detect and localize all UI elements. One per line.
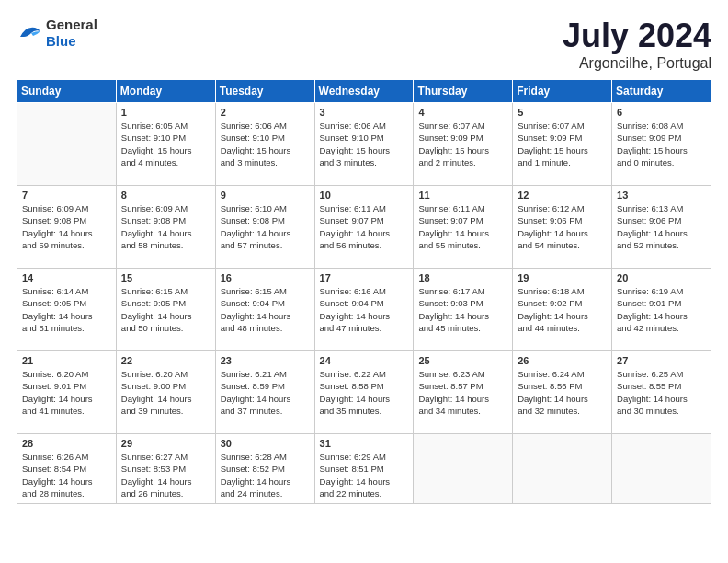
cell-info: Sunrise: 6:15 AM Sunset: 9:04 PM Dayligh…: [221, 285, 310, 334]
logo-bird-icon: [17, 24, 42, 42]
cell-info: Sunrise: 6:11 AM Sunset: 9:07 PM Dayligh…: [320, 202, 409, 251]
cell-date: 5: [518, 107, 607, 118]
cell-date: 14: [22, 272, 111, 283]
logo: General Blue: [17, 17, 97, 50]
calendar-cell: 31Sunrise: 6:29 AM Sunset: 8:51 PM Dayli…: [314, 434, 414, 504]
calendar-cell: 20Sunrise: 6:19 AM Sunset: 9:01 PM Dayli…: [612, 269, 711, 351]
main-title: July 2024: [563, 17, 711, 55]
cell-info: Sunrise: 6:28 AM Sunset: 8:52 PM Dayligh…: [221, 451, 310, 500]
cell-date: 27: [617, 355, 706, 366]
calendar-cell: 5Sunrise: 6:07 AM Sunset: 9:09 PM Daylig…: [513, 103, 612, 186]
cell-date: 2: [221, 107, 310, 118]
calendar-cell: 14Sunrise: 6:14 AM Sunset: 9:05 PM Dayli…: [17, 269, 117, 351]
calendar-cell: 9Sunrise: 6:10 AM Sunset: 9:08 PM Daylig…: [215, 186, 314, 269]
day-header-sunday: Sunday: [17, 80, 117, 103]
week-row-2: 7Sunrise: 6:09 AM Sunset: 9:08 PM Daylig…: [17, 186, 711, 269]
logo-general: General: [46, 17, 97, 32]
week-row-3: 14Sunrise: 6:14 AM Sunset: 9:05 PM Dayli…: [17, 269, 711, 351]
cell-info: Sunrise: 6:27 AM Sunset: 8:53 PM Dayligh…: [121, 451, 210, 500]
cell-date: 31: [320, 438, 409, 449]
cell-date: 21: [22, 355, 111, 366]
cell-info: Sunrise: 6:10 AM Sunset: 9:08 PM Dayligh…: [221, 202, 310, 251]
cell-info: Sunrise: 6:16 AM Sunset: 9:04 PM Dayligh…: [320, 285, 409, 334]
week-row-4: 21Sunrise: 6:20 AM Sunset: 9:01 PM Dayli…: [17, 351, 711, 434]
cell-date: 19: [518, 272, 607, 283]
calendar-cell: 4Sunrise: 6:07 AM Sunset: 9:09 PM Daylig…: [414, 103, 513, 186]
calendar-cell: [612, 434, 711, 504]
calendar-cell: 30Sunrise: 6:28 AM Sunset: 8:52 PM Dayli…: [215, 434, 314, 504]
cell-date: 17: [320, 272, 409, 283]
calendar-cell: 13Sunrise: 6:13 AM Sunset: 9:06 PM Dayli…: [612, 186, 711, 269]
cell-date: 3: [320, 107, 409, 118]
cell-info: Sunrise: 6:14 AM Sunset: 9:05 PM Dayligh…: [22, 285, 111, 334]
cell-date: 18: [418, 272, 507, 283]
cell-info: Sunrise: 6:25 AM Sunset: 8:55 PM Dayligh…: [617, 368, 706, 417]
day-header-saturday: Saturday: [612, 80, 711, 103]
calendar-cell: 10Sunrise: 6:11 AM Sunset: 9:07 PM Dayli…: [314, 186, 414, 269]
cell-info: Sunrise: 6:18 AM Sunset: 9:02 PM Dayligh…: [518, 285, 607, 334]
cell-info: Sunrise: 6:09 AM Sunset: 9:08 PM Dayligh…: [22, 202, 111, 251]
cell-date: 6: [617, 107, 706, 118]
cell-info: Sunrise: 6:12 AM Sunset: 9:06 PM Dayligh…: [518, 202, 607, 251]
cell-info: Sunrise: 6:19 AM Sunset: 9:01 PM Dayligh…: [617, 285, 706, 334]
cell-date: 11: [418, 190, 507, 201]
calendar-cell: 27Sunrise: 6:25 AM Sunset: 8:55 PM Dayli…: [612, 351, 711, 434]
cell-info: Sunrise: 6:21 AM Sunset: 8:59 PM Dayligh…: [221, 368, 310, 417]
cell-info: Sunrise: 6:13 AM Sunset: 9:06 PM Dayligh…: [617, 202, 706, 251]
calendar-cell: 8Sunrise: 6:09 AM Sunset: 9:08 PM Daylig…: [116, 186, 215, 269]
calendar-cell: 24Sunrise: 6:22 AM Sunset: 8:58 PM Dayli…: [314, 351, 414, 434]
calendar-cell: [17, 103, 117, 186]
day-header-wednesday: Wednesday: [314, 80, 414, 103]
calendar-cell: 16Sunrise: 6:15 AM Sunset: 9:04 PM Dayli…: [215, 269, 314, 351]
calendar-cell: 15Sunrise: 6:15 AM Sunset: 9:05 PM Dayli…: [116, 269, 215, 351]
cell-info: Sunrise: 6:07 AM Sunset: 9:09 PM Dayligh…: [518, 120, 607, 168]
calendar-cell: 25Sunrise: 6:23 AM Sunset: 8:57 PM Dayli…: [414, 351, 513, 434]
cell-date: 25: [418, 355, 507, 366]
cell-info: Sunrise: 6:22 AM Sunset: 8:58 PM Dayligh…: [320, 368, 409, 417]
cell-info: Sunrise: 6:08 AM Sunset: 9:09 PM Dayligh…: [617, 120, 706, 168]
day-header-monday: Monday: [116, 80, 215, 103]
cell-date: 26: [518, 355, 607, 366]
cell-date: 7: [22, 190, 111, 201]
subtitle: Argoncilhe, Portugal: [563, 55, 711, 72]
cell-info: Sunrise: 6:24 AM Sunset: 8:56 PM Dayligh…: [518, 368, 607, 417]
cell-date: 16: [221, 272, 310, 283]
cell-info: Sunrise: 6:06 AM Sunset: 9:10 PM Dayligh…: [221, 120, 310, 168]
calendar-cell: 11Sunrise: 6:11 AM Sunset: 9:07 PM Dayli…: [414, 186, 513, 269]
week-row-5: 28Sunrise: 6:26 AM Sunset: 8:54 PM Dayli…: [17, 434, 711, 504]
logo-text: General Blue: [46, 17, 97, 50]
cell-date: 20: [617, 272, 706, 283]
cell-info: Sunrise: 6:15 AM Sunset: 9:05 PM Dayligh…: [121, 285, 210, 334]
calendar-cell: 21Sunrise: 6:20 AM Sunset: 9:01 PM Dayli…: [17, 351, 117, 434]
cell-date: 10: [320, 190, 409, 201]
calendar-table: SundayMondayTuesdayWednesdayThursdayFrid…: [17, 79, 711, 504]
cell-info: Sunrise: 6:23 AM Sunset: 8:57 PM Dayligh…: [418, 368, 507, 417]
cell-date: 13: [617, 190, 706, 201]
cell-date: 9: [221, 190, 310, 201]
cell-info: Sunrise: 6:06 AM Sunset: 9:10 PM Dayligh…: [320, 120, 409, 168]
day-header-tuesday: Tuesday: [215, 80, 314, 103]
calendar-cell: 7Sunrise: 6:09 AM Sunset: 9:08 PM Daylig…: [17, 186, 117, 269]
calendar-cell: 12Sunrise: 6:12 AM Sunset: 9:06 PM Dayli…: [513, 186, 612, 269]
cell-date: 24: [320, 355, 409, 366]
cell-info: Sunrise: 6:17 AM Sunset: 9:03 PM Dayligh…: [418, 285, 507, 334]
cell-date: 30: [221, 438, 310, 449]
cell-date: 15: [121, 272, 210, 283]
cell-date: 12: [518, 190, 607, 201]
day-header-friday: Friday: [513, 80, 612, 103]
calendar-cell: 18Sunrise: 6:17 AM Sunset: 9:03 PM Dayli…: [414, 269, 513, 351]
calendar-cell: [513, 434, 612, 504]
calendar-cell: 17Sunrise: 6:16 AM Sunset: 9:04 PM Dayli…: [314, 269, 414, 351]
calendar-cell: [414, 434, 513, 504]
calendar-cell: 6Sunrise: 6:08 AM Sunset: 9:09 PM Daylig…: [612, 103, 711, 186]
cell-info: Sunrise: 6:20 AM Sunset: 9:01 PM Dayligh…: [22, 368, 111, 417]
cell-info: Sunrise: 6:07 AM Sunset: 9:09 PM Dayligh…: [418, 120, 507, 168]
cell-date: 28: [22, 438, 111, 449]
week-row-1: 1Sunrise: 6:05 AM Sunset: 9:10 PM Daylig…: [17, 103, 711, 186]
cell-date: 22: [121, 355, 210, 366]
calendar-cell: 3Sunrise: 6:06 AM Sunset: 9:10 PM Daylig…: [314, 103, 414, 186]
cell-date: 8: [121, 190, 210, 201]
day-headers-row: SundayMondayTuesdayWednesdayThursdayFrid…: [17, 80, 711, 103]
cell-info: Sunrise: 6:05 AM Sunset: 9:10 PM Dayligh…: [121, 120, 210, 168]
cell-info: Sunrise: 6:29 AM Sunset: 8:51 PM Dayligh…: [320, 451, 409, 500]
